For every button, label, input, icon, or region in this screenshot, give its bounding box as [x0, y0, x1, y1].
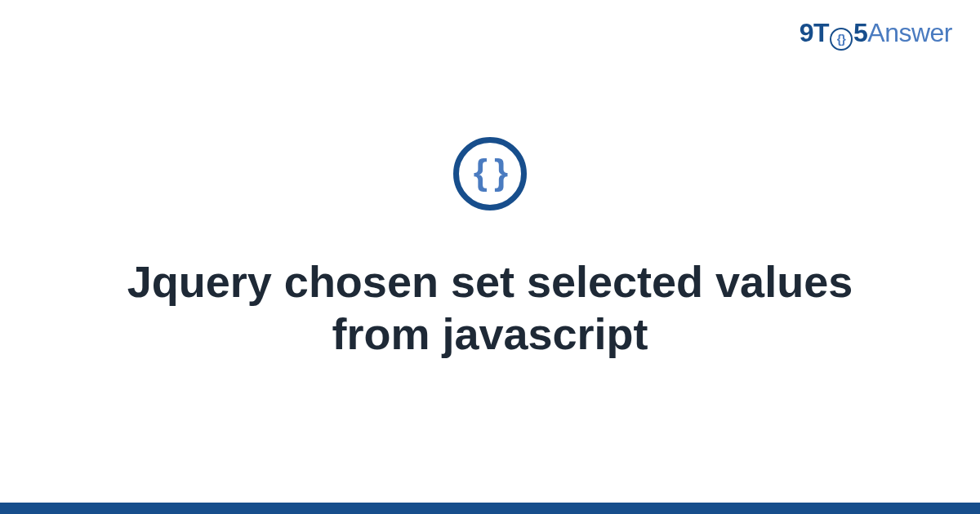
footer-accent-bar — [0, 503, 980, 514]
braces-glyph-icon: { } — [474, 154, 506, 190]
code-braces-icon: { } — [453, 137, 527, 210]
content-area: { } Jquery chosen set selected values fr… — [0, 0, 980, 514]
page-title: Jquery chosen set selected values from j… — [82, 256, 898, 360]
